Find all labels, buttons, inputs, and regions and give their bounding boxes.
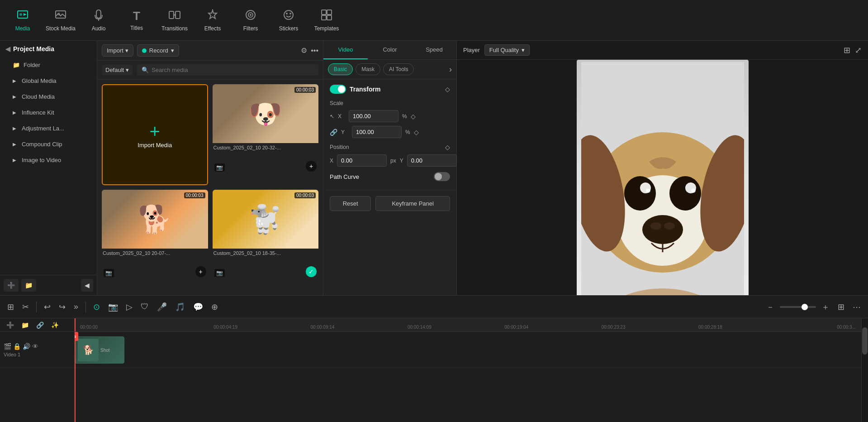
redo-button[interactable]: ↪ xyxy=(56,300,68,314)
tab-color[interactable]: Color xyxy=(368,41,412,59)
sidebar-item-adjustment[interactable]: ▶ Adjustment La... xyxy=(0,120,97,136)
toolbar-titles[interactable]: T Titles xyxy=(119,2,155,38)
zoom-slider[interactable] xyxy=(780,306,816,308)
undo-button[interactable]: ↩ xyxy=(41,300,53,314)
play-segment-icon[interactable]: ▷ xyxy=(123,300,135,314)
grid-layout-icon[interactable]: ⊞ xyxy=(835,300,847,314)
sidebar-collapse-btn[interactable]: ◀ xyxy=(81,279,93,292)
sidebar-project-media[interactable]: ◀ Project Media xyxy=(0,41,97,57)
ruler-time-3: 00:00:14:09 xyxy=(371,325,468,330)
scale-y-input[interactable] xyxy=(352,126,402,138)
chevron-right-icon6: ▶ xyxy=(13,158,16,163)
layout-grid-icon[interactable]: ⊞ xyxy=(844,45,850,55)
toolbar-transitions[interactable]: Transitions xyxy=(157,2,193,38)
media-item-3[interactable]: 🐩 00:00:03 📷 ✓ Custom_2025_02_10 18-35-.… xyxy=(213,190,319,291)
transform-toggle[interactable] xyxy=(330,85,346,94)
more-options-tl-icon[interactable]: ⋯ xyxy=(850,300,863,314)
toolbar-media[interactable]: Media xyxy=(5,2,41,38)
reset-button[interactable]: Reset xyxy=(330,196,371,211)
toolbar-audio[interactable]: Audio xyxy=(81,2,117,38)
preview-title: Player xyxy=(463,47,480,53)
zoom-out-btn[interactable]: － xyxy=(764,300,777,314)
reset-label: Reset xyxy=(343,200,358,207)
tab-video[interactable]: Video xyxy=(323,41,368,59)
properties-panel: Video Color Speed Basic Mask AI Tools › xyxy=(323,41,457,295)
media-check-3: ✓ xyxy=(306,266,317,277)
import-button[interactable]: Import ▾ xyxy=(102,44,133,57)
ruler-times: 00:00:00 00:00:04:19 00:00:09:14 00:00:1… xyxy=(79,325,857,331)
path-curve-toggle[interactable] xyxy=(434,172,450,181)
track-lock-icon[interactable]: 🔒 xyxy=(13,343,21,350)
media-name-3: Custom_2025_02_10 18-35-... xyxy=(213,249,319,258)
media-add-btn-2[interactable]: + xyxy=(195,266,206,277)
zoom-in-btn[interactable]: ＋ xyxy=(819,300,832,314)
toolbar-stickers[interactable]: Stickers xyxy=(270,2,307,38)
scale-x-diamond[interactable]: ◇ xyxy=(411,113,416,120)
subtab-more-btn[interactable]: › xyxy=(449,65,452,74)
track-video-icon[interactable]: 🎬 xyxy=(4,343,11,350)
camera-capture-icon[interactable]: 📷 xyxy=(105,300,121,314)
shield-icon[interactable]: 🛡 xyxy=(138,300,152,313)
expand-icon[interactable]: ⤢ xyxy=(855,45,862,55)
sidebar-item-compound-clip[interactable]: ▶ Compound Clip xyxy=(0,136,97,152)
transition-track-icon[interactable]: ⊕ xyxy=(209,300,221,314)
sidebar-item-global-media[interactable]: ▶ Global Media xyxy=(0,73,97,89)
position-x-label: X xyxy=(330,158,333,164)
sidebar-folder-btn[interactable]: 📁 xyxy=(21,279,36,292)
media-item-1[interactable]: 🐶 00:00:03 📷 + Custom_2025_02_10 20-32-.… xyxy=(213,84,319,185)
music-icon[interactable]: 🎵 xyxy=(172,300,188,314)
link-track-btn[interactable]: 🔗 xyxy=(33,320,47,331)
sidebar-add-folder-btn[interactable]: ➕ xyxy=(4,279,19,292)
audio-icon xyxy=(93,9,104,24)
folder-track-btn[interactable]: 📁 xyxy=(19,320,32,331)
media-item-2[interactable]: 🐕 00:00:03 📷 + Custom_2025_02_10 20-07-.… xyxy=(102,190,208,291)
more-tools-icon[interactable]: » xyxy=(71,300,81,313)
sidebar-item-influence-kit[interactable]: ▶ Influence Kit xyxy=(0,105,97,120)
timeline-scrollbar-thumb[interactable] xyxy=(862,327,868,355)
sidebar-item-cloud-media[interactable]: ▶ Cloud Media xyxy=(0,89,97,105)
sidebar-item-image-to-video[interactable]: ▶ Image to Video xyxy=(0,152,97,168)
sidebar-item-folder[interactable]: 📁 Folder xyxy=(0,57,97,73)
add-track-btn[interactable]: ➕ xyxy=(4,320,17,331)
toolbar-templates-label: Templates xyxy=(314,25,339,32)
svg-point-25 xyxy=(624,176,656,211)
playhead-handle[interactable]: 6 xyxy=(75,332,78,341)
scale-label: Scale xyxy=(330,100,450,106)
sidebar-adjustment-label: Adjustment La... xyxy=(22,125,64,132)
position-y-input[interactable] xyxy=(407,154,457,167)
media-add-btn-1[interactable]: + xyxy=(306,161,317,172)
scale-y-diamond[interactable]: ◇ xyxy=(414,129,419,136)
toolbar-effects[interactable]: Effects xyxy=(194,2,231,38)
subtab-mask[interactable]: Mask xyxy=(356,63,380,75)
ai-track-btn[interactable]: ✨ xyxy=(48,320,62,331)
more-options-icon[interactable]: ••• xyxy=(311,47,318,55)
keyframe-panel-button[interactable]: Keyframe Panel xyxy=(375,196,450,211)
track-speaker-icon[interactable]: 🔊 xyxy=(23,343,30,350)
toolbar-filters[interactable]: Filters xyxy=(232,2,269,38)
quality-dropdown[interactable]: Full Quality ▾ xyxy=(484,44,530,56)
video-clip-1[interactable]: 🐕 Shot xyxy=(75,336,124,364)
effects-icon xyxy=(207,9,218,24)
track-eye-icon[interactable]: 👁 xyxy=(32,343,38,350)
subtab-basic[interactable]: Basic xyxy=(328,63,353,75)
toolbar-stock-media[interactable]: Stock Media xyxy=(43,2,79,38)
sort-dropdown[interactable]: Default ▾ xyxy=(102,65,133,75)
import-media-item[interactable]: + Import Media xyxy=(102,84,208,185)
play-head-icon[interactable]: ⊙ xyxy=(90,300,103,314)
filter-icon[interactable]: ⚙ xyxy=(301,46,307,55)
transform-toggle-knob xyxy=(338,86,345,93)
mic-icon[interactable]: 🎤 xyxy=(154,300,170,314)
sidebar-cloud-media-label: Cloud Media xyxy=(22,93,55,100)
position-diamond[interactable]: ◇ xyxy=(445,144,450,151)
multi-track-icon[interactable]: ⊞ xyxy=(5,300,17,314)
razor-icon[interactable]: ✂ xyxy=(19,300,32,314)
position-x-input[interactable] xyxy=(337,154,387,167)
toolbar-templates[interactable]: Templates xyxy=(308,2,345,38)
record-button[interactable]: Record ▾ xyxy=(137,44,179,57)
tab-speed[interactable]: Speed xyxy=(412,41,456,59)
scale-x-input[interactable] xyxy=(349,110,398,122)
transform-diamond-icon[interactable]: ◇ xyxy=(445,86,450,93)
subtab-ai-tools[interactable]: AI Tools xyxy=(383,63,414,75)
search-input[interactable] xyxy=(152,67,314,73)
subtitle-icon[interactable]: 💬 xyxy=(190,300,206,314)
